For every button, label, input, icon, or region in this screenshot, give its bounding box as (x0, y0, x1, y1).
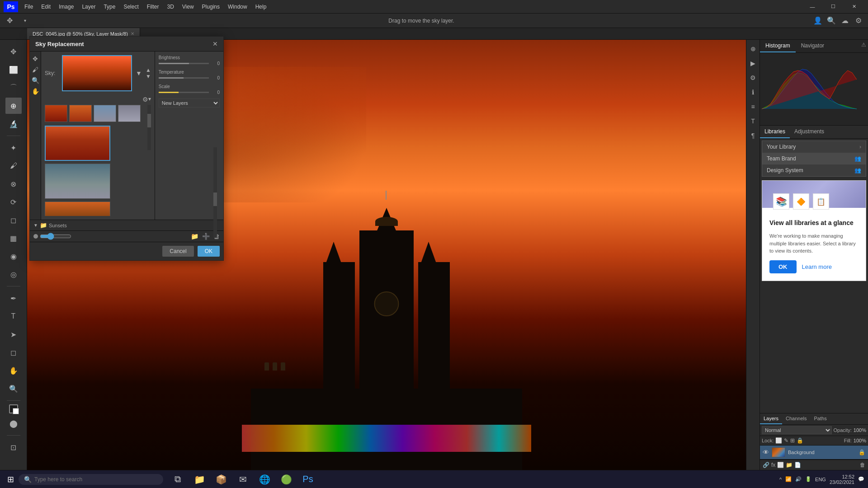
taskbar-edge[interactable]: 🌐 (255, 471, 274, 488)
select-tool-icon[interactable]: ⬜ (5, 61, 22, 78)
tray-network-icon[interactable]: 📶 (785, 476, 792, 482)
eraser-tool-icon[interactable]: ◻ (5, 212, 22, 228)
menu-view[interactable]: View (179, 2, 198, 12)
sky-list-item-orange[interactable] (45, 202, 110, 216)
path-select-icon[interactable]: ➤ (5, 326, 22, 343)
fx-icon[interactable]: fx (771, 462, 775, 468)
taskbar-task-view[interactable]: ⧉ (168, 471, 188, 488)
layer-visibility-icon[interactable]: 👁 (763, 449, 769, 456)
team-brand-item[interactable]: Team Brand 👥 (762, 153, 866, 164)
type-tool-icon[interactable]: T (5, 308, 22, 324)
sidebar-icon-3[interactable]: ⚙ (748, 72, 758, 83)
lock-artboard-icon[interactable]: ⊞ (790, 437, 795, 444)
menu-file[interactable]: File (21, 2, 37, 12)
link-layers-icon[interactable]: 🔗 (763, 462, 769, 468)
lasso-tool-icon[interactable]: ⌒ (5, 80, 22, 96)
settings-icon[interactable]: ⚙ (853, 15, 864, 27)
tool-options-button[interactable]: ▾ (19, 15, 31, 27)
menu-edit[interactable]: Edit (38, 2, 54, 12)
lock-all-icon[interactable]: 🔒 (797, 437, 803, 444)
screen-mode-icon[interactable]: ⊡ (5, 439, 22, 455)
menu-window[interactable]: Window (224, 2, 251, 12)
move-tool-icon[interactable]: ✥ (5, 43, 22, 60)
taskbar-mail[interactable]: ✉ (233, 471, 253, 488)
sky-list-item-clouds[interactable] (45, 164, 110, 199)
sky-scroll-up[interactable]: ▲ (146, 67, 151, 73)
sky-thumb-1[interactable] (45, 105, 67, 122)
sky-brush-tool[interactable]: 🖌 (32, 66, 38, 73)
blur-tool-icon[interactable]: ◉ (5, 248, 22, 264)
sky-right-scrollbar-thumb[interactable] (213, 192, 217, 206)
tray-battery-icon[interactable]: 🔋 (805, 476, 811, 482)
shape-tool-icon[interactable]: ◻ (5, 344, 22, 361)
gradient-tool-icon[interactable]: ▦ (5, 230, 22, 246)
taskbar-file-explorer[interactable]: 📁 (189, 471, 209, 488)
taskbar-store[interactable]: 📦 (211, 471, 231, 488)
taskbar-search-bar[interactable]: 🔍 (19, 474, 163, 485)
sky-cancel-button[interactable]: Cancel (162, 246, 193, 257)
sky-settings-icon[interactable]: ⚙ (142, 96, 148, 103)
add-mask-icon[interactable]: ⬜ (777, 462, 784, 468)
dodge-tool-icon[interactable]: ◎ (5, 266, 22, 282)
menu-select[interactable]: Select (120, 2, 142, 12)
sunsets-toggle-icon[interactable]: ▼ (33, 223, 38, 228)
sky-dropdown-small[interactable]: ▾ (148, 96, 151, 103)
sky-scroll-down[interactable]: ▼ (146, 74, 151, 79)
histogram-warning-icon[interactable]: ⚠ (859, 40, 868, 52)
background-layer-row[interactable]: 👁 Background 🔒 (760, 446, 868, 460)
sidebar-icon-7[interactable]: ¶ (750, 130, 757, 141)
sidebar-icon-6[interactable]: T (749, 116, 757, 127)
crop-tool-icon[interactable]: ⊕ (5, 98, 22, 114)
tray-volume-icon[interactable]: 🔊 (795, 476, 802, 482)
menu-type[interactable]: Type (100, 2, 119, 12)
tray-expand-icon[interactable]: ^ (779, 477, 782, 482)
output-select[interactable]: New Layers Duplicate Flatten (159, 99, 220, 108)
minimize-button[interactable]: — (802, 0, 823, 14)
new-layer-icon[interactable]: 📄 (794, 462, 801, 468)
taskbar-photoshop[interactable]: Ps (298, 471, 318, 488)
menu-help[interactable]: Help (252, 2, 270, 12)
sky-dropdown-button[interactable]: ▼ (136, 70, 142, 77)
delete-layer-icon[interactable]: 🗑 (860, 462, 865, 468)
sidebar-icon-1[interactable]: ⊕ (749, 43, 758, 54)
sky-preview-image[interactable] (62, 55, 132, 91)
sky-slider-thumb-icon[interactable] (33, 234, 38, 239)
sky-thumb-2[interactable] (69, 105, 92, 122)
clone-tool-icon[interactable]: ⊗ (5, 176, 22, 192)
sky-zoom-tool[interactable]: 🔍 (32, 77, 39, 84)
tab-adjustments[interactable]: Adjustments (790, 126, 829, 138)
user-icon[interactable]: 👤 (812, 15, 824, 27)
quick-mask-icon[interactable]: ⬤ (5, 415, 22, 432)
sky-dialog-close-button[interactable]: ✕ (212, 40, 218, 47)
tab-channels[interactable]: Channels (782, 413, 810, 424)
your-library-item[interactable]: Your Library › (762, 141, 866, 153)
brush-tool-icon[interactable]: 🖌 (5, 158, 22, 174)
sky-hand-tool[interactable]: ✋ (32, 88, 39, 95)
sky-add-icon[interactable]: ➕ (202, 233, 210, 240)
sky-thumb-4[interactable] (118, 105, 141, 122)
sidebar-icon-2[interactable]: ▶ (749, 58, 757, 69)
tab-navigator[interactable]: Navigator (796, 40, 830, 52)
sky-thumb-3[interactable] (94, 105, 116, 122)
sky-global-slider[interactable] (40, 233, 71, 240)
taskbar-chrome[interactable]: 🟢 (276, 471, 296, 488)
sky-ok-button[interactable]: OK (198, 246, 220, 257)
sidebar-icon-5[interactable]: ≡ (749, 101, 756, 112)
lock-position-icon[interactable]: ✎ (784, 437, 788, 444)
menu-layer[interactable]: Layer (78, 2, 99, 12)
sky-brush-overlay-tool[interactable]: ✥ (33, 55, 38, 62)
menu-3d[interactable]: 3D (163, 2, 177, 12)
design-system-item[interactable]: Design System 👥 (762, 164, 866, 176)
search-icon[interactable]: 🔍 (826, 15, 837, 27)
glance-learn-more-button[interactable]: Learn more (802, 263, 832, 270)
menu-filter[interactable]: Filter (143, 2, 163, 12)
lock-pixels-icon[interactable]: ⬜ (775, 437, 782, 444)
tab-close-button[interactable]: ✕ (131, 31, 134, 36)
sky-list-item-selected[interactable] (45, 126, 110, 161)
tab-layers[interactable]: Layers (760, 413, 782, 424)
hand-tool-icon[interactable]: ✋ (5, 362, 22, 379)
close-button[interactable]: ✕ (844, 0, 864, 14)
blend-mode-select[interactable]: Normal (762, 426, 832, 434)
menu-image[interactable]: Image (55, 2, 77, 12)
sky-folder-icon[interactable]: 📁 (191, 233, 198, 240)
